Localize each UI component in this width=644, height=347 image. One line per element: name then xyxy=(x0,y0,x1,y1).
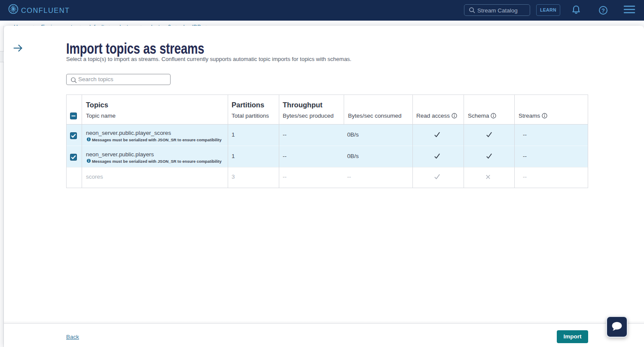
svg-text:?: ? xyxy=(601,7,605,14)
